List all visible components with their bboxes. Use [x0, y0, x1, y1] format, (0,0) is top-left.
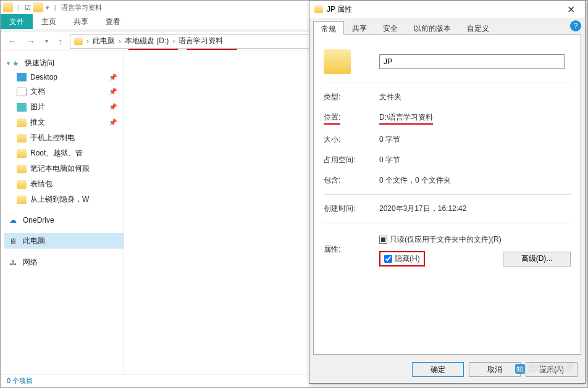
- tab-general[interactable]: 常规: [313, 21, 344, 35]
- breadcrumb-this-pc[interactable]: 此电脑: [93, 36, 115, 46]
- value-size: 0 字节: [379, 134, 571, 145]
- nav-pane: ▾ ★ 快速访问 Desktop📌文档📌图片📌推文📌手机上控制电Root、越狱、…: [1, 51, 124, 374]
- qat-overflow-icon[interactable]: ▾: [46, 4, 49, 12]
- value-location: D:\语言学习资料: [379, 112, 571, 125]
- ribbon-tab-home[interactable]: 主页: [33, 14, 65, 29]
- pin-icon: 📌: [109, 103, 117, 111]
- readonly-label: 只读(仅应用于文件夹中的文件)(R): [390, 234, 502, 245]
- sidebar-this-pc[interactable]: 🖥 此电脑: [4, 233, 124, 249]
- sidebar-item-label: 推文: [30, 117, 45, 128]
- folder-icon: [17, 149, 27, 158]
- chevron-right-icon[interactable]: ›: [171, 37, 176, 46]
- qat-folder-icon[interactable]: [33, 2, 43, 12]
- folder-icon: [17, 134, 27, 142]
- nav-history-icon[interactable]: ▾: [43, 36, 51, 46]
- value-type: 文件夹: [379, 92, 571, 102]
- sidebar-network[interactable]: 🖧 网络: [4, 255, 124, 270]
- cancel-button[interactable]: 取消: [469, 362, 521, 377]
- sidebar-onedrive[interactable]: ☁ OneDrive: [4, 213, 124, 227]
- label-created: 创建时间:: [324, 204, 379, 214]
- pin-icon: 📌: [109, 73, 117, 81]
- dialog-tabs: 常规 共享 安全 以前的版本 自定义: [309, 18, 585, 34]
- readonly-checkbox-input[interactable]: [379, 236, 387, 244]
- pin-icon: 📌: [109, 88, 117, 96]
- sidebar-item[interactable]: 文档📌: [4, 84, 124, 99]
- chevron-icon: ▾: [7, 60, 10, 67]
- dialog-title: JP 属性: [327, 4, 352, 15]
- qat-separator: |: [18, 4, 20, 11]
- nav-back-icon[interactable]: ←: [6, 35, 19, 47]
- tab-previous-versions[interactable]: 以前的版本: [406, 20, 459, 34]
- folder-icon: [17, 165, 27, 173]
- advanced-button[interactable]: 高级(D)...: [503, 252, 571, 266]
- sidebar-item[interactable]: 笔记本电脑如何跟: [4, 161, 124, 176]
- tab-security[interactable]: 安全: [375, 20, 406, 34]
- sidebar-item-label: 此电脑: [23, 236, 45, 246]
- folder-name-input[interactable]: [379, 54, 565, 69]
- qat-check-icon[interactable]: ☑: [25, 4, 31, 12]
- pic-icon: [17, 103, 27, 112]
- cloud-icon: ☁: [9, 216, 19, 225]
- sidebar-item[interactable]: 推文📌: [4, 115, 124, 130]
- desktop-icon: [17, 73, 27, 81]
- watermark: 知知乎 @电手: [515, 363, 573, 374]
- sidebar-item-label: Desktop: [30, 73, 57, 81]
- sidebar-item-label: Root、越狱、管: [30, 148, 83, 159]
- sidebar-item-label: 笔记本电脑如何跟: [30, 163, 90, 174]
- hidden-checkbox-highlight: 隐藏(H): [379, 251, 425, 266]
- breadcrumb-folder[interactable]: 语言学习资料: [178, 36, 223, 46]
- sidebar-item[interactable]: Root、越狱、管: [4, 146, 124, 161]
- hidden-checkbox-input[interactable]: [384, 255, 392, 263]
- qat-separator: |: [54, 4, 56, 11]
- sidebar-item-label: 图片: [30, 102, 45, 112]
- chevron-right-icon[interactable]: ›: [117, 37, 122, 46]
- breadcrumb-drive[interactable]: 本地磁盘 (D:): [125, 36, 169, 46]
- sidebar-item-label: 表情包: [30, 179, 52, 189]
- separator: [324, 194, 571, 195]
- app-icon: [3, 2, 13, 12]
- readonly-checkbox[interactable]: 只读(仅应用于文件夹中的文件)(R): [379, 232, 571, 247]
- window-title: 语言学习资料: [61, 3, 102, 12]
- value-contains: 0 个文件，0 个文件夹: [379, 175, 571, 186]
- folder-large-icon: [324, 49, 351, 74]
- ribbon-tab-share[interactable]: 共享: [65, 14, 97, 29]
- breadcrumb-icon: [74, 38, 83, 45]
- ribbon-tab-view[interactable]: 查看: [97, 14, 129, 29]
- folder-icon: [17, 196, 27, 204]
- separator: [324, 83, 571, 83]
- chevron-right-icon[interactable]: ›: [85, 37, 90, 46]
- sidebar-item-label: 文档: [30, 86, 45, 97]
- tab-custom[interactable]: 自定义: [459, 20, 497, 34]
- sidebar-item-label: 从上锁到隐身，W: [30, 194, 89, 205]
- dialog-titlebar: JP 属性 ✕: [309, 1, 585, 18]
- hidden-label: 隐藏(H): [395, 254, 420, 264]
- ribbon-tab-file[interactable]: 文件: [1, 14, 33, 29]
- ok-button[interactable]: 确定: [412, 362, 464, 377]
- sidebar-item[interactable]: 图片📌: [4, 99, 124, 115]
- network-icon: 🖧: [9, 258, 19, 267]
- sidebar-item[interactable]: 手机上控制电: [4, 130, 124, 146]
- sidebar-item[interactable]: Desktop📌: [4, 70, 124, 84]
- properties-dialog: JP 属性 ✕ ? 常规 共享 安全 以前的版本 自定义 类型:文件夹 位置:D…: [309, 0, 586, 384]
- annotation-underline: [187, 49, 237, 50]
- help-icon[interactable]: ?: [570, 20, 581, 31]
- label-type: 类型:: [324, 92, 379, 102]
- nav-fwd-icon[interactable]: →: [24, 35, 38, 47]
- sidebar-item[interactable]: 表情包: [4, 176, 124, 192]
- folder-icon: [17, 118, 27, 127]
- star-icon: ★: [12, 59, 22, 68]
- folder-icon: [314, 6, 323, 13]
- dialog-body: 类型:文件夹 位置:D:\语言学习资料 大小:0 字节 占用空间:0 字节 包含…: [313, 34, 581, 355]
- sidebar-item[interactable]: 从上锁到隐身，W: [4, 192, 124, 207]
- value-created: 2020年3月17日，16:12:42: [379, 204, 571, 214]
- sidebar-item-label: 快速访问: [25, 58, 54, 68]
- tab-share[interactable]: 共享: [344, 20, 375, 34]
- close-button[interactable]: ✕: [562, 2, 580, 17]
- sidebar-quick-access[interactable]: ▾ ★ 快速访问: [4, 56, 124, 70]
- label-size-on-disk: 占用空间:: [324, 155, 379, 165]
- nav-up-icon[interactable]: ↑: [56, 35, 65, 47]
- sidebar-item-label: OneDrive: [23, 216, 54, 225]
- zhihu-icon: 知: [515, 364, 525, 374]
- quick-access-toolbar: | ☑ ▾ | 语言学习资料: [3, 2, 102, 12]
- label-contains: 包含:: [324, 175, 379, 186]
